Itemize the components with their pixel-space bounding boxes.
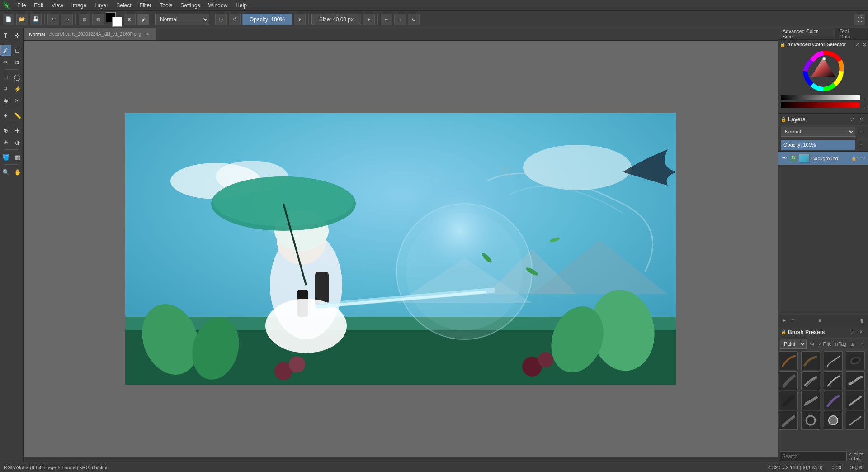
blend-mode-select[interactable]: Normal xyxy=(155,14,209,25)
menu-image[interactable]: Image xyxy=(68,1,90,10)
brush-select-btn[interactable]: 🖌 xyxy=(137,14,149,25)
brush-item-2[interactable] xyxy=(801,351,820,370)
brush-item-10[interactable] xyxy=(801,391,820,410)
color-wheel[interactable] xyxy=(803,51,844,91)
fullscreen-btn[interactable]: ⛶ xyxy=(854,14,865,25)
clone-tool[interactable]: ⊕ xyxy=(0,125,11,136)
brush-item-1[interactable] xyxy=(779,351,798,370)
brush-item-11[interactable] xyxy=(824,391,843,410)
tab-close-button[interactable]: ✕ xyxy=(145,32,150,37)
new-file-button[interactable]: 📄 xyxy=(3,14,14,25)
canvas-tab[interactable]: Normal electrichearts_20201224A_kiki_c1_… xyxy=(24,28,156,40)
layers-opacity-options-icon[interactable]: ≡ xyxy=(857,141,865,149)
brush-item-9[interactable] xyxy=(779,391,798,410)
scissors-select[interactable]: ✂ xyxy=(12,95,23,106)
background-color[interactable] xyxy=(112,17,122,27)
layer-item-background[interactable]: 👁 🖼 Background 🔒 👁 ⛓ xyxy=(778,152,868,165)
brush-item-6[interactable] xyxy=(801,371,820,390)
select-by-color[interactable]: ◈ xyxy=(0,95,11,106)
flip-v-btn[interactable]: ↕ xyxy=(394,14,406,25)
brush-expand-icon[interactable]: ⤢ xyxy=(848,328,856,336)
rect-select-tool[interactable]: □ xyxy=(0,72,11,82)
canvas-scroll[interactable]: Tyson Tan ... xyxy=(24,41,778,457)
brush-item-3[interactable] xyxy=(824,351,843,370)
heal-tool[interactable]: ✚ xyxy=(12,125,23,136)
opacity-down-btn[interactable]: ▼ xyxy=(294,14,306,25)
delete-layer-button[interactable]: 🗑 xyxy=(858,316,866,324)
opacity-erase-btn[interactable]: ◌ xyxy=(215,14,227,25)
pattern-btn-2[interactable]: ▥ xyxy=(92,14,104,25)
pattern-btn-1[interactable]: ▤ xyxy=(79,14,90,25)
smudge-tool[interactable]: ≋ xyxy=(12,57,23,67)
blend-tool[interactable]: ▦ xyxy=(12,152,23,162)
text-tool[interactable]: T xyxy=(0,30,11,41)
hand-tool[interactable]: ✋ xyxy=(12,167,23,177)
fuzzy-select-tool[interactable]: ⚡ xyxy=(12,83,23,94)
size-down-btn[interactable]: ▼ xyxy=(363,14,375,25)
layers-mode-select[interactable]: Normal xyxy=(781,127,855,137)
open-file-button[interactable]: 📂 xyxy=(16,14,28,25)
brush-item-16[interactable] xyxy=(846,411,865,430)
menu-help[interactable]: Help xyxy=(232,1,250,10)
duplicate-layer-button[interactable]: □ xyxy=(789,316,797,324)
zoom-tool[interactable]: 🔍 xyxy=(0,167,11,177)
menu-settings[interactable]: Settings xyxy=(177,1,203,10)
undo-button[interactable]: ↩ xyxy=(47,14,59,25)
fg-bg-colors[interactable] xyxy=(106,12,122,27)
red-slider[interactable] xyxy=(781,102,860,108)
paint-tool[interactable]: 🖌 xyxy=(0,45,11,56)
canvas-scrollbar-horizontal[interactable] xyxy=(24,457,778,462)
reset-colors-button[interactable]: ⊠ xyxy=(124,14,136,25)
menu-tools[interactable]: Tools xyxy=(156,1,176,10)
move-layer-up-button[interactable]: ↑ xyxy=(807,316,815,324)
pencil-tool[interactable]: ✏ xyxy=(0,57,11,67)
menu-select[interactable]: Select xyxy=(113,1,135,10)
brush-item-13[interactable] xyxy=(779,411,798,430)
layers-close-icon[interactable]: ✕ xyxy=(857,115,865,124)
align-tool[interactable]: ✛ xyxy=(12,30,23,41)
menu-edit[interactable]: Edit xyxy=(30,1,47,10)
color-panel-expand-icon[interactable]: ⤢ xyxy=(855,42,859,47)
move-layer-down-button[interactable]: ↓ xyxy=(798,316,806,324)
brush-item-5[interactable] xyxy=(779,371,798,390)
brush-list-view[interactable]: ≡ xyxy=(858,340,866,348)
eraser-tool[interactable]: ◻ xyxy=(12,45,23,56)
opacity-input[interactable] xyxy=(242,14,292,25)
brush-item-4[interactable] xyxy=(846,351,865,370)
layer-visibility-toggle[interactable]: 👁 xyxy=(781,155,788,162)
tool-options-tab[interactable]: Tool Opts... xyxy=(835,28,868,39)
color-panel-close-icon[interactable]: ✕ xyxy=(863,42,866,47)
brush-size-input[interactable] xyxy=(311,14,361,25)
desaturate-tool[interactable]: ◑ xyxy=(12,137,23,148)
layers-mode-options-icon[interactable]: ≡ xyxy=(857,128,865,136)
brush-search-input[interactable] xyxy=(780,451,847,461)
save-file-button[interactable]: 💾 xyxy=(30,14,42,25)
add-layer-button[interactable]: + xyxy=(780,316,788,324)
menu-layer[interactable]: Layer xyxy=(91,1,112,10)
free-select-tool[interactable]: ⌗ xyxy=(0,83,11,94)
measure-tool[interactable]: 📏 xyxy=(12,110,23,121)
menu-view[interactable]: View xyxy=(48,1,67,10)
path-tool[interactable]: ✦ xyxy=(0,110,11,121)
brush-item-8[interactable] xyxy=(846,371,865,390)
color-selector-tab[interactable]: Advanced Color Sele... xyxy=(778,28,835,39)
brush-close-icon[interactable]: ✕ xyxy=(857,328,865,336)
brush-item-15[interactable] xyxy=(824,411,843,430)
brush-item-7[interactable] xyxy=(824,371,843,390)
brush-category-select[interactable]: Paint xyxy=(780,339,807,349)
opacity-refresh-btn[interactable]: ↺ xyxy=(229,14,241,25)
transform-btn[interactable]: ⊕ xyxy=(408,14,420,25)
canvas-image[interactable]: Tyson Tan ... xyxy=(125,113,676,385)
menu-window[interactable]: Window xyxy=(205,1,231,10)
brush-view-toggle[interactable]: ⊞ xyxy=(848,340,856,348)
layers-opacity-button[interactable]: Opacity: 100% xyxy=(781,140,855,150)
bucket-fill-tool[interactable]: 🪣 xyxy=(0,152,11,162)
brush-item-12[interactable] xyxy=(846,391,865,410)
layers-expand-icon[interactable]: ⤢ xyxy=(848,115,856,124)
menu-filter[interactable]: Filter xyxy=(136,1,156,10)
ellipse-select-tool[interactable]: ◯ xyxy=(12,72,23,82)
dodge-tool[interactable]: ☀ xyxy=(0,137,11,148)
redo-button[interactable]: ↪ xyxy=(61,14,73,25)
brush-tag-icon[interactable]: 🏷 xyxy=(808,340,816,348)
flip-h-btn[interactable]: ↔ xyxy=(381,14,392,25)
